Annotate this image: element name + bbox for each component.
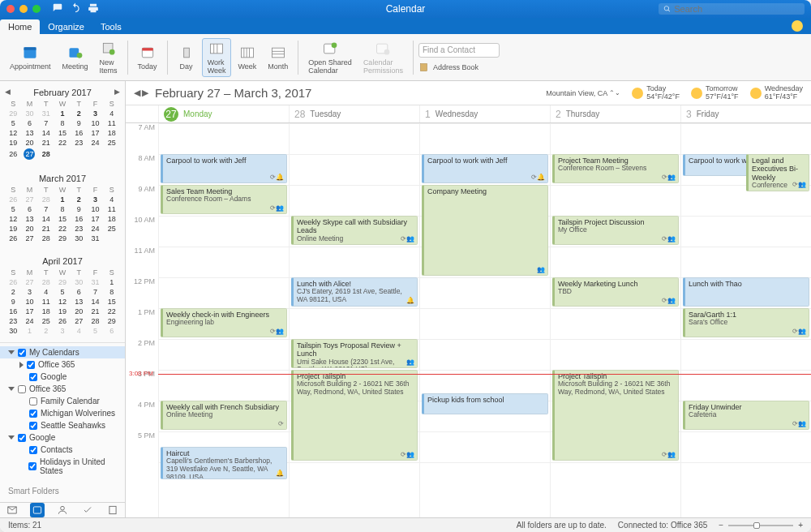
mini-calendar-day[interactable]: 18 <box>104 128 120 138</box>
weather-day[interactable]: Tomorrow57°F/41°F <box>691 85 739 101</box>
calendar-event[interactable]: Project Team MeetingConference Room – St… <box>552 154 679 183</box>
mini-calendar-day[interactable]: 15 <box>54 214 71 224</box>
mini-calendar-day[interactable]: 8 <box>54 204 71 214</box>
mini-calendar-day[interactable]: 11 <box>104 204 120 214</box>
today-button[interactable]: Today <box>133 43 162 72</box>
mini-calendar-day[interactable]: 17 <box>87 214 103 224</box>
mini-calendar-day[interactable]: 24 <box>21 316 37 326</box>
calendar-checkbox[interactable] <box>18 385 26 393</box>
mini-calendar-day[interactable]: 5 <box>54 287 71 297</box>
zoom-icon[interactable] <box>32 5 41 13</box>
mini-calendar-day[interactable]: 14 <box>38 128 54 138</box>
zoom-out-icon[interactable]: − <box>719 521 723 530</box>
mini-calendar-day[interactable]: 15 <box>104 297 120 307</box>
mini-calendar-day[interactable]: 28 <box>87 316 103 326</box>
window-controls[interactable] <box>6 5 41 13</box>
calendar-event[interactable]: Tailspin Toys Proposal Review + LunchUmi… <box>291 339 418 368</box>
day-header[interactable]: 27Monday <box>158 105 289 122</box>
mini-calendar-header[interactable]: March 2017 <box>5 174 120 183</box>
calendar-checkbox[interactable] <box>29 373 37 381</box>
open-shared-calendar-button[interactable]: Open Shared Calendar <box>303 39 357 76</box>
mini-calendar-day[interactable]: 8 <box>54 118 71 128</box>
mini-calendar-day[interactable]: 4 <box>38 287 54 297</box>
mini-calendar-day[interactable]: 12 <box>5 214 21 224</box>
day-header[interactable]: 3Friday <box>680 105 811 122</box>
mini-calendar-day[interactable]: 6 <box>21 204 37 214</box>
mini-calendar-day[interactable]: 16 <box>5 307 21 316</box>
mini-calendar-day[interactable]: 28 <box>38 148 54 161</box>
mini-calendar-header[interactable]: April 2017 <box>5 256 120 266</box>
next-month-button[interactable]: ▶ <box>114 88 120 96</box>
undo-icon[interactable] <box>70 2 81 16</box>
mini-calendar-day[interactable]: 15 <box>54 128 71 138</box>
mini-calendar-day[interactable]: 6 <box>71 287 87 297</box>
calendar-checkbox[interactable] <box>29 397 37 405</box>
calendar-item[interactable]: Seattle Seahawks <box>0 419 125 431</box>
mini-calendar-day[interactable]: 9 <box>71 204 87 214</box>
print-icon[interactable] <box>88 2 99 16</box>
mini-calendar-day[interactable]: 11 <box>38 297 54 307</box>
calendar-event[interactable]: Carpool to work with Jeff⟳🔔 <box>161 154 287 183</box>
mini-calendar-day[interactable]: 27 <box>71 316 87 326</box>
weather-location[interactable]: Mountain View, CA⌃⌄ <box>546 89 620 97</box>
mini-calendar-day[interactable]: 21 <box>38 138 54 148</box>
mini-calendar-day[interactable]: 16 <box>71 214 87 224</box>
calendar-event[interactable]: HaircutCapelli's Gentlemen's Barbershop,… <box>161 447 287 479</box>
notes-icon[interactable] <box>105 503 120 517</box>
zoom-slider[interactable]: − + <box>719 521 803 530</box>
mini-calendar-day[interactable]: 31 <box>87 234 103 243</box>
tab-home[interactable]: Home <box>0 19 40 34</box>
calendar-event[interactable]: Weekly Skype call with Subsidiary LeadsO… <box>291 216 418 245</box>
mini-calendar-day[interactable]: 14 <box>87 297 103 307</box>
mini-calendar-day[interactable]: 7 <box>38 118 54 128</box>
calendar-group[interactable]: Office 365 <box>0 383 125 395</box>
day-header[interactable]: 28Tuesday <box>289 105 419 122</box>
calendar-event[interactable]: Sara/Garth 1:1Sara's Office⟳👥 <box>683 308 809 337</box>
mini-calendar-day[interactable]: 19 <box>5 224 21 234</box>
mini-calendar-day[interactable]: 13 <box>21 128 37 138</box>
people-icon[interactable] <box>55 503 70 517</box>
calendar-event[interactable]: Pickup kids from school <box>422 393 548 415</box>
minimize-icon[interactable] <box>19 5 28 13</box>
mini-calendar-day[interactable]: 27 <box>21 148 37 161</box>
mini-calendar-day[interactable]: 24 <box>87 224 103 234</box>
calendar-item[interactable]: Google <box>0 371 125 383</box>
mini-calendar-day[interactable]: 23 <box>71 138 87 148</box>
search-input[interactable] <box>674 4 800 14</box>
mini-calendar-day[interactable]: 18 <box>38 307 54 316</box>
mini-calendar-day[interactable]: 1 <box>54 195 71 204</box>
mini-calendar-day[interactable]: 3 <box>87 109 103 118</box>
weather-day[interactable]: Wednesday61°F/43°F <box>750 85 803 101</box>
mini-calendar-day[interactable]: 2 <box>71 195 87 204</box>
calendar-item[interactable]: Family Calendar <box>0 395 125 407</box>
calendar-item[interactable]: Office 365 <box>0 358 125 371</box>
month-button[interactable]: Month <box>263 43 293 72</box>
mini-calendar-day[interactable]: 5 <box>5 118 21 128</box>
mini-calendar-day[interactable]: 9 <box>71 118 87 128</box>
calendar-event[interactable]: Weekly Marketing LunchTBD⟳👥 <box>552 277 679 307</box>
calendar-permissions-button[interactable]: Calendar Permissions <box>358 39 408 76</box>
calendar-checkbox[interactable] <box>29 410 37 418</box>
mini-calendar-day[interactable]: 23 <box>71 224 87 234</box>
mini-calendar-header[interactable]: ◀▶February 2017 <box>5 88 120 97</box>
mini-calendar-day[interactable]: 12 <box>54 297 71 307</box>
mini-calendar-day[interactable]: 17 <box>21 307 37 316</box>
day-button[interactable]: Day <box>173 43 200 72</box>
calendar-event[interactable]: Carpool to work with Jeff⟳🔔 <box>422 154 548 183</box>
mini-calendar-day[interactable]: 2 <box>5 287 21 297</box>
mini-calendar-day[interactable]: 13 <box>21 214 37 224</box>
mini-calendar-day[interactable]: 4 <box>104 195 120 204</box>
mini-calendar-day[interactable]: 6 <box>21 118 37 128</box>
day-column[interactable]: Carpool to work with Jeff⟳🔔Legal and Exe… <box>680 123 811 517</box>
mini-calendar-day[interactable]: 22 <box>104 307 120 316</box>
week-button[interactable]: Week <box>233 43 261 72</box>
mini-calendar-day[interactable]: 3 <box>87 195 103 204</box>
mini-calendar-day[interactable]: 25 <box>38 316 54 326</box>
tasks-icon[interactable] <box>80 503 95 517</box>
mini-calendar-day[interactable]: 10 <box>87 204 103 214</box>
calendar-event[interactable]: Tailspin Project DiscussionMy Office⟳👥 <box>552 216 679 245</box>
day-column[interactable]: Carpool to work with Jeff⟳🔔Sales Team Me… <box>158 123 289 517</box>
mini-calendar-day[interactable]: 30 <box>5 326 21 336</box>
day-column[interactable]: Project Team MeetingConference Room – St… <box>550 123 680 517</box>
mini-calendar-day[interactable]: 18 <box>104 214 120 224</box>
